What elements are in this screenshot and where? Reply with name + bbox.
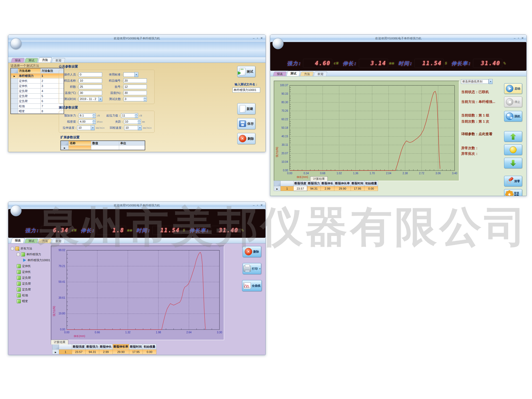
temperature-input[interactable]: 30 <box>79 91 102 95</box>
sample-name-input[interactable]: 10 <box>79 78 102 83</box>
row-selector[interactable] <box>11 109 18 114</box>
method-name-cell[interactable]: 定负荷 <box>18 99 41 104</box>
pull-force-stepper[interactable]: 11 ▲▼ <box>121 113 138 118</box>
pretension-stepper[interactable]: 8.1 ▲▼ <box>79 113 96 118</box>
results-row[interactable]: 1 23.57 94.31 2.99 29.90 17.95 0.00 <box>52 350 156 354</box>
spinner-icon[interactable]: ▲▼ <box>135 113 138 118</box>
tab-test[interactable]: 测试 <box>286 71 301 76</box>
tab-welcome[interactable]: 欢迎 <box>314 72 327 76</box>
spinner-icon[interactable]: ▲▼ <box>92 119 96 124</box>
method-row[interactable]: 蠕变 8 <box>11 109 64 114</box>
results-cell[interactable]: 94.31 <box>86 350 99 354</box>
results-header[interactable]: 断裂强力 <box>307 181 321 186</box>
results-header[interactable]: 断裂伸长 <box>321 181 334 186</box>
tree-item-method[interactable]: 单纤维强力 <box>10 251 50 257</box>
tree-item-method[interactable]: 松弛 <box>10 292 50 298</box>
tab-welcome[interactable]: 欢迎 <box>52 58 65 63</box>
jog-down-button[interactable] <box>504 158 522 168</box>
titlebar[interactable]: 欢迎使用YG008E电子单纤维强力机 – ▫ ✕ <box>270 35 526 42</box>
results-cell[interactable]: 17.95 <box>351 186 364 191</box>
extend-header-unit[interactable]: 单位 <box>119 141 145 146</box>
results-header[interactable]: 断裂强度 <box>294 181 307 186</box>
chevron-down-icon[interactable]: ▼ <box>91 125 95 130</box>
results-cell[interactable]: 23.57 <box>72 350 86 354</box>
tree-item-method[interactable]: 定负荷 <box>10 275 50 281</box>
send-params-button[interactable]: 发送参数 <box>504 189 522 196</box>
results-header[interactable]: 断裂强度 <box>72 344 86 350</box>
test-count-stepper[interactable]: 3 ▲▼ <box>124 97 147 102</box>
minimize-button[interactable]: – <box>253 203 255 207</box>
batch-no-input[interactable]: 12 <box>123 85 147 89</box>
tree-item-all-methods[interactable]: 所有方法 <box>10 246 50 251</box>
row-selector[interactable] <box>52 350 59 354</box>
sample-no-input[interactable]: 20 <box>123 78 147 83</box>
spinner-icon[interactable]: ▲▼ <box>92 113 96 118</box>
results-cell[interactable]: 29.90 <box>334 186 351 191</box>
row-selector[interactable] <box>11 84 18 89</box>
extend-header-name[interactable]: 名称 <box>69 141 91 146</box>
results-header[interactable]: 断裂伸长率 <box>334 181 351 186</box>
gauge-stepper[interactable]: 10 ▲▼ <box>124 119 141 124</box>
row-selector[interactable] <box>61 146 69 150</box>
new-button[interactable]: 新建 <box>237 103 255 114</box>
save-button[interactable]: 保存 <box>237 118 255 129</box>
tab-method[interactable]: 方法 <box>300 72 314 76</box>
titlebar[interactable]: 欢迎使用YG008E电子单纤维强力机 – ▫ ✕ <box>8 202 265 209</box>
collapse-icon[interactable] <box>11 247 14 250</box>
close-button[interactable]: ✕ <box>521 36 524 40</box>
maximize-button[interactable]: ▫ <box>257 203 258 207</box>
method-row[interactable]: 定伸长 2 <box>11 78 64 84</box>
operator-input[interactable]: 0 <box>79 72 102 77</box>
extend-name-cell[interactable] <box>69 146 91 150</box>
results-header[interactable]: 断裂伸长 <box>99 344 113 350</box>
start-button[interactable]: 启动 <box>504 83 522 94</box>
tab-welcome[interactable]: 欢迎 <box>52 239 65 243</box>
chevron-down-icon[interactable]: ▼ <box>138 125 142 130</box>
row-selector[interactable] <box>11 94 18 99</box>
file-name-input[interactable]: 单纤维强力10001 <box>232 88 260 93</box>
method-name-cell[interactable]: 定负荷 <box>18 94 41 99</box>
close-button[interactable]: ✕ <box>260 203 263 207</box>
test-time-picker[interactable]: 2019 - 11 - 2 ▼ <box>79 97 102 102</box>
sample-count-input[interactable]: 25 <box>79 85 102 89</box>
spinner-icon[interactable]: ▲▼ <box>143 97 147 102</box>
results-header[interactable]: 断裂时间 <box>351 181 364 186</box>
method-row[interactable]: 松弛 7 <box>11 104 64 109</box>
extend-value-cell[interactable] <box>91 146 119 150</box>
delete-record-button[interactable]: ✕ 删除 <box>243 246 261 257</box>
close-button[interactable]: ✕ <box>260 36 263 40</box>
results-header[interactable]: 断裂强力 <box>86 344 99 350</box>
row-selector[interactable] <box>11 89 18 94</box>
method-row[interactable]: 定负荷 5 <box>11 94 64 99</box>
results-cell[interactable]: 17.95 <box>129 350 143 354</box>
jog-up-button[interactable] <box>504 131 522 142</box>
tab-method[interactable]: 方法 <box>38 57 52 63</box>
humidity-input[interactable]: 30 <box>123 91 147 95</box>
row-selector[interactable] <box>11 78 18 84</box>
method-row[interactable]: 单纤维强力 1 <box>11 73 64 78</box>
tab-method[interactable]: 方法 <box>38 239 52 243</box>
method-name-cell[interactable]: 定伸长 <box>18 84 41 89</box>
results-header[interactable]: 初始模量 <box>143 344 156 350</box>
stretch-speed-select[interactable]: 10 ▼ <box>77 125 95 130</box>
tab-report[interactable]: 报表 <box>11 238 25 243</box>
results-index-cell[interactable]: 1 <box>59 350 72 354</box>
results-cell[interactable]: 2.99 <box>99 350 113 354</box>
delete-button[interactable]: ✕ 删除 <box>237 133 255 144</box>
results-header[interactable]: 断裂时间 <box>129 344 143 350</box>
method-name-cell[interactable]: 定伸长 <box>18 78 41 84</box>
method-name-cell[interactable]: 定负荷 <box>18 89 41 94</box>
method-name-cell[interactable]: 蠕变 <box>18 109 41 114</box>
test-button[interactable]: GO 测试 <box>237 66 255 77</box>
all-curves-button[interactable]: 全曲线 <box>242 280 262 291</box>
tab-report[interactable]: 报表 <box>11 58 25 63</box>
results-header[interactable]: 初始模量 <box>364 181 378 186</box>
method-name-cell[interactable]: 单纤维强力 <box>18 73 41 78</box>
results-cell-selected[interactable]: 29.90 <box>113 350 129 354</box>
curve-type-select[interactable]: 请选择曲线类别 ▼ <box>461 79 493 84</box>
maximize-button[interactable]: ▫ <box>257 36 258 40</box>
return-speed-select[interactable]: 10 ▼ <box>124 125 142 130</box>
stop-button[interactable]: 停止 <box>504 97 522 107</box>
row-selector[interactable] <box>11 104 18 109</box>
spinner-icon[interactable]: ▲▼ <box>138 119 141 124</box>
